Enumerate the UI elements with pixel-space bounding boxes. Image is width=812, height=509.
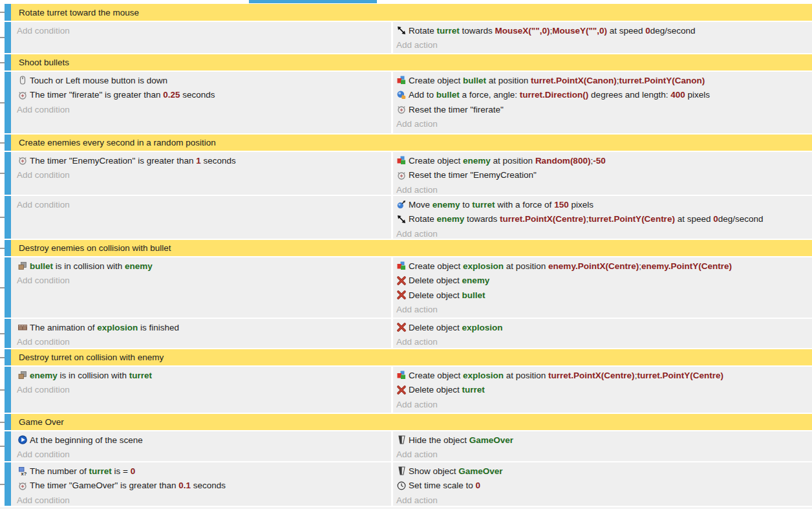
add-action-link[interactable]: Add action (393, 335, 812, 349)
add-action-link[interactable]: Add action (393, 303, 812, 318)
event-selection-bar[interactable] (5, 462, 11, 506)
action-text: Delete object turret (409, 385, 485, 395)
conditions-column: Touch or Left mouse button is downThe ti… (11, 72, 391, 133)
conditions-column: The animation of explosion is finishedAd… (11, 319, 391, 348)
event-selection-bar[interactable] (5, 257, 11, 318)
event-block: Add conditionMove enemy to turret with a… (0, 196, 812, 239)
add-action-link[interactable]: Add action (393, 397, 812, 412)
add-condition-link[interactable]: Add condition (11, 383, 391, 398)
condition-row[interactable]: The animation of explosion is finished (11, 320, 391, 335)
add-condition-link[interactable]: Add condition (11, 335, 391, 349)
group-selection-bar[interactable] (5, 54, 11, 70)
group-header[interactable]: Destroy turret on collision with enemy (11, 349, 812, 365)
condition-text: enemy is in collision with turret (30, 371, 152, 380)
condition-text: The timer "GameOver" is greater than 0.1… (30, 481, 226, 490)
group-selection-bar[interactable] (5, 240, 11, 256)
action-text: Show object GameOver (409, 466, 503, 476)
add-condition-link[interactable]: Add condition (11, 168, 391, 183)
add-action-link[interactable]: Add action (393, 182, 812, 195)
add-condition-link[interactable]: Add condition (11, 448, 391, 462)
action-text: Add to bullet a force, angle: turret.Dir… (409, 90, 710, 100)
group-selection-bar[interactable] (5, 349, 11, 365)
action-row[interactable]: Create object enemy at position Random(8… (393, 153, 812, 168)
condition-row[interactable]: At the beginning of the scene (11, 433, 391, 448)
group-header[interactable]: Destroy enemies on collision with bullet (11, 240, 812, 256)
actions-column: Rotate turret towards MouseX("",0);Mouse… (393, 22, 812, 53)
timer-icon (17, 90, 28, 100)
action-row[interactable]: Set time scale to 0 (393, 479, 812, 493)
event-selection-bar[interactable] (5, 367, 11, 413)
action-row[interactable]: Move enemy to turret with a force of 150… (393, 197, 812, 212)
add-action-link[interactable]: Add action (393, 448, 812, 462)
action-text: Reset the timer "EnemyCreation" (409, 170, 537, 180)
gutter-tick (0, 54, 5, 70)
event-row: The timer "EnemyCreation" is greater tha… (11, 152, 812, 195)
actions-column: Show object GameOverSet time scale to 0A… (393, 462, 812, 506)
condition-row[interactable]: The timer "firerate" is greater than 0.2… (11, 88, 391, 103)
action-text: Delete object explosion (409, 323, 503, 332)
group-header[interactable]: Create enemies every second in a random … (11, 135, 812, 151)
action-row[interactable]: Create object explosion at position turr… (393, 368, 812, 383)
add-condition-link[interactable]: Add condition (11, 197, 391, 212)
actions-column: Move enemy to turret with a force of 150… (393, 196, 812, 239)
event-selection-bar[interactable] (5, 22, 11, 53)
action-row[interactable]: Add to bullet a force, angle: turret.Dir… (393, 88, 812, 103)
actions-column: Delete object explosionAdd action (393, 319, 812, 348)
condition-row[interactable]: The timer "GameOver" is greater than 0.1… (11, 479, 391, 493)
event-row: x?The number of turret is = 0The timer "… (11, 462, 812, 506)
action-row[interactable]: Create object explosion at position enem… (393, 259, 812, 274)
event-selection-bar[interactable] (5, 152, 11, 195)
action-text: Delete object bullet (409, 290, 486, 300)
group-header[interactable]: Rotate turret toward the mouse (11, 4, 812, 21)
action-row[interactable]: Delete object bullet (393, 288, 812, 303)
add-action-link[interactable]: Add action (393, 38, 812, 53)
action-row[interactable]: Delete object turret (393, 383, 812, 398)
condition-row[interactable]: bullet is in collision with enemy (11, 259, 391, 274)
condition-text: The animation of explosion is finished (30, 323, 179, 332)
add-condition-link[interactable]: Add condition (11, 493, 391, 506)
action-row[interactable]: Create object bullet at position turret.… (393, 73, 812, 88)
event-block: The timer "EnemyCreation" is greater tha… (0, 152, 812, 195)
condition-row[interactable]: The timer "EnemyCreation" is greater tha… (11, 153, 391, 168)
action-row[interactable]: Hide the object GameOver (393, 433, 812, 448)
group-header[interactable]: Shoot bullets (11, 54, 812, 70)
add-action-link[interactable]: Add action (393, 117, 812, 132)
conditions-column: x?The number of turret is = 0The timer "… (11, 462, 391, 506)
group-block: Create enemies every second in a random … (0, 135, 812, 151)
gutter-tick (0, 4, 5, 21)
add-action-link[interactable]: Add action (393, 493, 812, 506)
condition-row[interactable]: x?The number of turret is = 0 (11, 464, 391, 479)
event-selection-bar[interactable] (5, 72, 11, 133)
event-selection-bar[interactable] (5, 196, 11, 239)
action-text: Create object explosion at position enem… (409, 261, 732, 271)
rotate-icon (396, 25, 407, 36)
group-header-label: Destroy enemies on collision with bullet (19, 243, 171, 253)
condition-text: bullet is in collision with enemy (30, 261, 153, 271)
action-row[interactable]: Rotate turret towards MouseX("",0);Mouse… (393, 23, 812, 38)
add-condition-link[interactable]: Add condition (11, 274, 391, 288)
group-selection-bar[interactable] (5, 414, 11, 430)
group-selection-bar[interactable] (5, 135, 11, 151)
add-action-link[interactable]: Add action (393, 226, 812, 239)
group-selection-bar[interactable] (5, 4, 11, 21)
add-condition-link[interactable]: Add condition (11, 23, 391, 38)
action-row[interactable]: Reset the timer "firerate" (393, 102, 812, 117)
event-selection-bar[interactable] (5, 431, 11, 461)
gutter-tick (0, 414, 5, 430)
add-condition-link[interactable]: Add condition (11, 102, 391, 117)
event-row: At the beginning of the sceneAdd conditi… (11, 431, 812, 461)
group-header[interactable]: Game Over (11, 414, 812, 430)
event-selection-bar[interactable] (5, 319, 11, 348)
condition-row[interactable]: enemy is in collision with turret (11, 368, 391, 383)
action-text: Rotate enemy towards turret.PointX(Centr… (409, 214, 764, 224)
action-row[interactable]: Delete object enemy (393, 274, 812, 288)
condition-row[interactable]: Touch or Left mouse button is down (11, 73, 391, 88)
conditions-column: At the beginning of the sceneAdd conditi… (11, 431, 391, 461)
action-row[interactable]: Show object GameOver (393, 464, 812, 479)
action-row[interactable]: Rotate enemy towards turret.PointX(Centr… (393, 212, 812, 227)
action-row[interactable]: Delete object explosion (393, 320, 812, 335)
delete-icon (396, 385, 407, 395)
group-block: Rotate turret toward the mouse (0, 4, 812, 21)
actions-column: Create object bullet at position turret.… (393, 72, 812, 133)
action-row[interactable]: Reset the timer "EnemyCreation" (393, 168, 812, 183)
